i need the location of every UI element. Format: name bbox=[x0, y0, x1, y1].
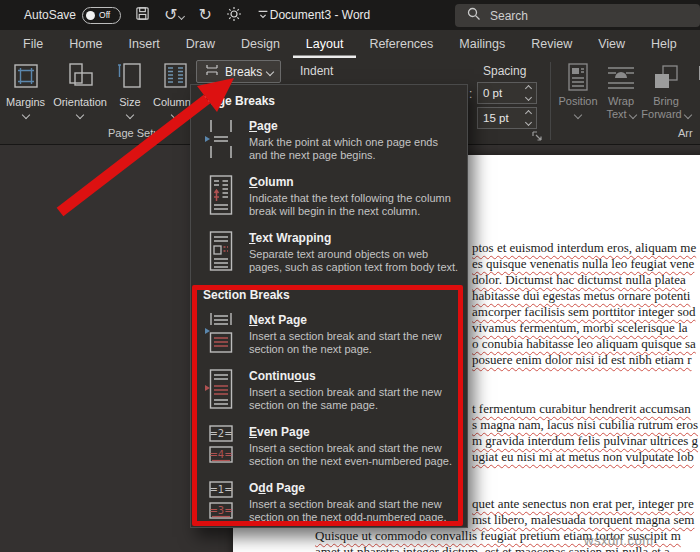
tab-view[interactable]: View bbox=[585, 30, 638, 58]
tab-review[interactable]: Review bbox=[518, 30, 585, 58]
search-input[interactable]: Search bbox=[455, 4, 700, 27]
size-label: Size bbox=[119, 96, 140, 108]
wrap-text-button[interactable]: Wrap Text bbox=[601, 62, 641, 121]
menu-item-title: Text Wrapping bbox=[249, 231, 331, 245]
document-text-line: ugiat eu nisi mi at metus non vulputate … bbox=[472, 449, 694, 465]
tab-references[interactable]: References bbox=[356, 30, 446, 58]
spacing-label: Spacing bbox=[483, 64, 526, 78]
bring-forward-icon bbox=[651, 62, 681, 95]
spinner-arrows[interactable] bbox=[526, 86, 536, 100]
chevron-down-icon bbox=[76, 111, 84, 119]
menu-item-text-wrapping[interactable]: Text Wrapping Separate text around objec… bbox=[191, 223, 467, 279]
document-text-line: habitasse dui egestas metus ornare poten… bbox=[472, 288, 690, 304]
chevron-down-icon bbox=[683, 110, 691, 118]
tab-layout[interactable]: Layout bbox=[293, 30, 357, 58]
document-text-line: s magna nam, lacus nisi cubilia rutrum e… bbox=[472, 417, 698, 433]
tab-insert[interactable]: Insert bbox=[116, 30, 173, 58]
autosave-toggle[interactable]: AutoSave Off bbox=[24, 7, 121, 24]
menu-item-title: Page bbox=[249, 119, 278, 133]
column-break-icon bbox=[204, 173, 238, 217]
margins-icon bbox=[11, 61, 41, 93]
spinner-arrows[interactable] bbox=[526, 111, 536, 125]
send-backward-icon bbox=[695, 62, 700, 95]
tab-file[interactable]: File bbox=[10, 30, 56, 58]
wrap-text-label-1: Wrap bbox=[608, 95, 634, 108]
spacing-before-colon: : bbox=[469, 87, 472, 101]
save-icon[interactable] bbox=[135, 6, 150, 24]
toggle-knob bbox=[86, 11, 95, 20]
bring-forward-label-1: Bring bbox=[653, 95, 679, 108]
search-placeholder: Search bbox=[490, 9, 528, 23]
autosave-label: AutoSave bbox=[24, 8, 76, 22]
margins-label: Margins bbox=[6, 96, 45, 108]
chevron-up-icon[interactable] bbox=[525, 85, 532, 92]
menu-item-description: Indicate that the text following the col… bbox=[249, 192, 459, 219]
menu-item-title: Column bbox=[249, 175, 294, 189]
margins-button[interactable]: Margins bbox=[6, 61, 45, 118]
document-text-line: o conubia habitasse leo aliquam quisque … bbox=[472, 336, 696, 352]
title-bar: AutoSave Off ↺ ↻ Document3 - Wo bbox=[0, 0, 700, 30]
autosave-state: Off bbox=[99, 10, 110, 20]
document-text-line: mst libero, malesuada torquent magna sem bbox=[472, 512, 694, 528]
tab-mailings[interactable]: Mailings bbox=[446, 30, 518, 58]
sun-icon[interactable] bbox=[226, 6, 242, 25]
orientation-icon bbox=[65, 61, 95, 93]
paragraph-dialog-launcher-icon[interactable] bbox=[531, 128, 543, 146]
chevron-down-icon bbox=[126, 111, 134, 119]
document-text-line: quet ante senectus non erat per, integer… bbox=[472, 496, 694, 512]
position-button[interactable]: Position bbox=[556, 62, 600, 118]
ribbon-tab-row: File Home Insert Draw Design Layout Refe… bbox=[0, 30, 700, 58]
document-text-line: ptos et euismod interdum eros, aliquam m… bbox=[472, 240, 696, 256]
breaks-icon bbox=[204, 64, 220, 80]
spacing-before-input[interactable]: 0 pt bbox=[477, 82, 537, 104]
position-label: Position bbox=[558, 95, 597, 108]
document-text-line: amcorper facilisis sem porttitor integer… bbox=[472, 304, 695, 320]
menu-item-column[interactable]: Column Indicate that the text following … bbox=[191, 167, 467, 223]
autosave-switch[interactable]: Off bbox=[82, 7, 121, 24]
spacing-after-value: 15 pt bbox=[478, 112, 526, 124]
size-button[interactable]: Size bbox=[115, 61, 145, 118]
breaks-button[interactable]: Breaks bbox=[196, 60, 281, 83]
menu-item-page[interactable]: Page Mark the point at which one page en… bbox=[191, 111, 467, 167]
chevron-down-icon bbox=[574, 111, 582, 119]
wrap-text-icon bbox=[605, 62, 637, 95]
annotation-highlight-rectangle bbox=[192, 285, 463, 526]
chevron-down-icon bbox=[628, 110, 636, 118]
chevron-down-icon bbox=[21, 111, 29, 119]
orientation-label: Orientation bbox=[53, 96, 107, 108]
quick-access-toolbar: ↺ ↻ bbox=[135, 6, 270, 25]
bring-forward-label-2: Forward bbox=[641, 108, 681, 121]
chevron-down-icon[interactable] bbox=[525, 94, 532, 101]
menu-item-description: Separate text around objects on web page… bbox=[249, 248, 459, 275]
chevron-up-icon[interactable] bbox=[525, 110, 532, 117]
spacing-after-input[interactable]: 15 pt bbox=[477, 107, 537, 129]
bring-forward-button[interactable]: Bring Forward bbox=[642, 62, 690, 121]
tab-draw[interactable]: Draw bbox=[173, 30, 228, 58]
orientation-button[interactable]: Orientation bbox=[53, 61, 107, 118]
chevron-down-icon[interactable] bbox=[525, 119, 532, 126]
customize-quick-access-icon[interactable] bbox=[256, 7, 270, 24]
size-icon bbox=[115, 61, 145, 93]
position-icon bbox=[564, 62, 592, 95]
tab-help[interactable]: Help bbox=[638, 30, 690, 58]
spacing-before-value: 0 pt bbox=[478, 87, 526, 99]
document-text-line: vivamus fermentum, morbi scelerisque la bbox=[472, 320, 688, 336]
arrange-group-label-partial: Arr bbox=[678, 127, 693, 139]
send-backward-button[interactable]: Ba bbox=[690, 62, 700, 108]
wrap-text-label-2: Text bbox=[606, 108, 626, 121]
search-icon bbox=[467, 7, 481, 24]
redo-icon[interactable]: ↻ bbox=[198, 7, 211, 23]
document-text-line: posuere enim dolor nisi id est nibh etia… bbox=[472, 352, 692, 368]
undo-button[interactable]: ↺ bbox=[164, 7, 184, 23]
breaks-label: Breaks bbox=[225, 65, 262, 79]
tab-home[interactable]: Home bbox=[56, 30, 115, 58]
page-break-icon bbox=[204, 117, 238, 161]
tab-design[interactable]: Design bbox=[228, 30, 293, 58]
document-text-line: m gravida interdum felis pulvinar ultric… bbox=[472, 433, 698, 449]
text-wrapping-break-icon bbox=[204, 229, 238, 273]
menu-item-description: Mark the point at which one page ends an… bbox=[249, 136, 459, 163]
document-text-line: t fermentum curabitur hendrerit accumsan bbox=[472, 401, 691, 417]
indent-label: Indent bbox=[300, 64, 333, 78]
group-divider bbox=[550, 62, 551, 140]
chevron-down-icon bbox=[170, 111, 178, 119]
